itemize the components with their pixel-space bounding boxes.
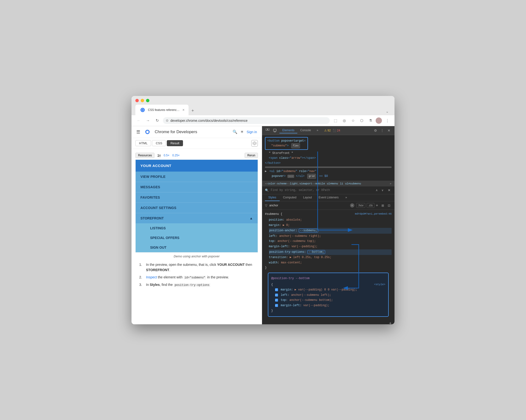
checkbox-margin-left[interactable]: [275, 304, 278, 307]
find-prev-button[interactable]: ∧: [374, 188, 379, 193]
checkbox-left[interactable]: [275, 294, 278, 297]
css-code: #submenu { mdYdpOM?ani…pe=embed:46 posit…: [262, 210, 394, 324]
submenu-item-special-offers[interactable]: SPECIAL OFFERS: [136, 233, 258, 243]
menu-item-view-profile[interactable]: VIEW PROFILE: [136, 171, 258, 182]
resources-button[interactable]: Resources: [135, 153, 154, 158]
devtools-tab-more[interactable]: »: [314, 128, 321, 133]
inspect-link[interactable]: Inspect: [146, 275, 157, 279]
new-tab-button[interactable]: +: [189, 106, 197, 115]
bookmark-icon[interactable]: ☆: [350, 117, 356, 124]
expand-triangle-ul[interactable]: ▶: [265, 170, 267, 173]
warning-badge: ⚠ 92: [324, 129, 331, 132]
tab-close-button[interactable]: ✕: [182, 108, 185, 112]
tab-html[interactable]: HTML: [135, 140, 151, 146]
add-rule-icon[interactable]: +: [389, 321, 392, 324]
sign-in-link[interactable]: Sign in: [247, 130, 257, 134]
styles-tab-styles[interactable]: Styles: [265, 194, 280, 201]
rerun-button[interactable]: Rerun: [245, 153, 258, 158]
browser-tab[interactable]: CSS features reference | Chr ✕: [135, 105, 189, 115]
back-button[interactable]: ←: [135, 117, 142, 124]
find-icon: 🔍: [265, 189, 269, 192]
step-2-num: 2.: [139, 275, 144, 280]
demo-description: Demo using anchor with popover: [135, 252, 258, 260]
styles-tab-more[interactable]: »: [342, 194, 351, 201]
search-icon[interactable]: 🔍: [233, 130, 237, 134]
add-style-icon[interactable]: +: [376, 203, 378, 208]
camera-icon[interactable]: ◎: [341, 117, 348, 124]
new-style-rule-icon[interactable]: ⊞: [380, 203, 385, 208]
devtools-tab-elements[interactable]: Elements: [279, 128, 297, 133]
zoom-0-5x[interactable]: 0.5×: [163, 153, 171, 158]
extensions-icon[interactable]: ⬡: [358, 117, 365, 124]
tab-more-button[interactable]: ⌄: [384, 108, 391, 115]
menu-item-account-settings[interactable]: ACCOUNT SETTINGS: [136, 203, 258, 213]
style-tag-link[interactable]: <style>: [374, 282, 385, 287]
hov-button[interactable]: :hov: [356, 203, 365, 208]
maximize-button[interactable]: [146, 99, 149, 102]
submenu-item-listings[interactable]: LISTINGS: [136, 223, 258, 233]
devtools-close-icon[interactable]: ✕: [386, 128, 392, 133]
menu-icon[interactable]: ⋮: [384, 117, 391, 124]
main-area: ☰ Chrome for Developers 🔍 ☀ Sign in: [132, 126, 394, 324]
breadcrumb-item-3[interactable]: li: [340, 182, 343, 185]
cast-icon[interactable]: ⬚: [332, 117, 339, 124]
css-properties: position: absolute; margin: ▶ 0; positio…: [265, 218, 392, 265]
warning-icon: ⚠: [324, 129, 327, 132]
checkbox-margin[interactable]: [275, 288, 278, 291]
tab-title: CSS features reference | Chr: [148, 108, 180, 112]
theme-icon[interactable]: ☀: [240, 130, 244, 134]
find-close-button[interactable]: ✕: [387, 188, 392, 193]
close-button[interactable]: [135, 99, 139, 102]
element-picker-icon[interactable]: [265, 128, 270, 133]
styles-tab-layout[interactable]: Layout: [300, 194, 315, 201]
ellipsis-badge[interactable]: ···: [287, 175, 294, 178]
url-bar[interactable]: ⊙ developer.chrome.com/docs/devtools/css…: [163, 117, 330, 124]
find-next-button[interactable]: ∨: [380, 188, 385, 193]
zoom-0-25x[interactable]: 0.25×: [171, 153, 181, 158]
flask-icon[interactable]: ⚗: [367, 117, 374, 124]
devtools-more-icon[interactable]: ⋮: [380, 128, 385, 133]
zoom-1x[interactable]: 1×: [156, 153, 162, 158]
grid-badge[interactable]: grid: [307, 174, 316, 179]
submenu-item-sign-out[interactable]: SIGN OUT: [136, 243, 258, 252]
styles-tab-event-listeners[interactable]: Event Listeners: [315, 194, 342, 201]
error-icon: ⬛: [333, 129, 336, 132]
menu-item-storefront[interactable]: STOREFRONT ▲: [136, 213, 258, 223]
tabs-row: CSS features reference | Chr ✕ + ⌄: [135, 105, 391, 115]
toolbar-icons: ⬚ ◎ ☆ ⬡ ⚗ ⋮: [332, 117, 391, 124]
steps: 1. In the preview, open the submenu, tha…: [135, 260, 258, 292]
picker-svg: [266, 129, 270, 132]
breadcrumb-item-1[interactable]: color-scheme--light.viewport--mobile: [268, 182, 325, 185]
step-2: 2. Inspect the element with id="submenu"…: [139, 275, 254, 280]
menu-item-favorites[interactable]: FAVORITES: [136, 192, 258, 203]
styles-tab-computed[interactable]: Computed: [280, 194, 300, 201]
breadcrumb-item-4[interactable]: ul#submenu: [345, 182, 361, 185]
cls-button[interactable]: .cls: [367, 203, 374, 208]
css-file-ref[interactable]: mdYdpOM?ani…pe=embed:46: [355, 212, 392, 217]
devtools-actions: ⚙ ⋮ ✕: [373, 128, 392, 133]
clear-filter-button[interactable]: ✕: [350, 203, 354, 208]
menu-item-messages[interactable]: MESSAGES: [136, 182, 258, 192]
account-header[interactable]: YOUR ACCOUNT: [136, 160, 258, 171]
tab-result[interactable]: Result: [167, 140, 183, 146]
hamburger-icon[interactable]: ☰: [136, 129, 140, 135]
user-avatar[interactable]: [376, 118, 382, 124]
toggle-element-state-icon[interactable]: ⊡: [386, 203, 392, 208]
step-2-text: Inspect the element with id="submenu" in…: [146, 275, 229, 280]
breadcrumb-item-2[interactable]: ul#menu: [327, 182, 338, 185]
devtools-settings-icon[interactable]: ⚙: [373, 128, 378, 133]
forward-button[interactable]: →: [145, 117, 151, 124]
filter-input[interactable]: [269, 204, 348, 207]
checkbox-top[interactable]: [275, 299, 278, 302]
reload-button[interactable]: ↻: [154, 117, 161, 124]
device-toggle-icon[interactable]: [272, 128, 277, 133]
flex-badge[interactable]: flex: [291, 143, 300, 148]
breadcrumb-left-arrow[interactable]: ◀: [265, 182, 267, 185]
find-input[interactable]: [271, 189, 372, 192]
minimize-button[interactable]: [141, 99, 144, 102]
pt-prop-margin-left: margin-left: var(--padding);: [275, 303, 385, 308]
tab-css[interactable]: CSS: [152, 140, 166, 146]
breadcrumb-right-arrow[interactable]: ▶: [390, 182, 392, 185]
codepen-icon[interactable]: [251, 140, 258, 147]
devtools-tab-console[interactable]: Console: [297, 128, 314, 133]
